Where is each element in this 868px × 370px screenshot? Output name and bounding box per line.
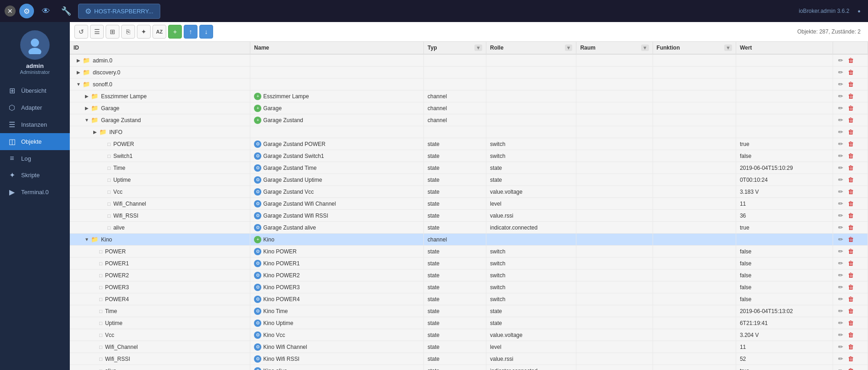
table-row[interactable]: ▶ 📁 Esszimmer Lampe + Esszimmer Lampe ch… (70, 90, 868, 102)
delete-row-button[interactable]: 🗑 (846, 116, 855, 124)
table-row[interactable]: ▼ 📁 sonoff.0 ✏ 🗑 (70, 78, 868, 90)
edit-row-button[interactable]: ✏ (837, 283, 845, 291)
edit-row-button[interactable]: ✏ (837, 68, 845, 76)
delete-row-button[interactable]: 🗑 (846, 343, 855, 351)
delete-row-button[interactable]: 🗑 (846, 68, 855, 76)
row-expander[interactable]: ▼ (84, 237, 90, 242)
delete-row-button[interactable]: 🗑 (846, 104, 855, 112)
list-view-button[interactable]: ☰ (90, 25, 104, 39)
table-row[interactable]: □ Time ⚙ Garage Zustand Time state state… (70, 162, 868, 174)
edit-row-button[interactable]: ✏ (837, 128, 845, 136)
row-expander[interactable]: ▼ (75, 82, 82, 87)
delete-row-button[interactable]: 🗑 (846, 295, 855, 303)
upload-button[interactable]: ↑ (184, 25, 197, 39)
edit-row-button[interactable]: ✏ (837, 188, 845, 196)
row-expander[interactable]: ▶ (75, 70, 82, 75)
table-row[interactable]: □ POWER1 ⚙ Kino POWER1 state switch fals… (70, 258, 868, 269)
table-row[interactable]: □ POWER ⚙ Kino POWER state switch false … (70, 246, 868, 258)
sidebar-item-uebersicht[interactable]: ⊞ Übersicht (0, 82, 70, 99)
edit-row-button[interactable]: ✏ (837, 164, 845, 172)
table-row[interactable]: □ Wifi_RSSI ⚙ Kino Wifi RSSI state value… (70, 353, 868, 365)
eye-icon[interactable]: 👁 (38, 3, 54, 19)
table-row[interactable]: □ alive ⚙ Kino alive state indicator.con… (70, 365, 868, 370)
delete-row-button[interactable]: 🗑 (846, 56, 855, 64)
delete-row-button[interactable]: 🗑 (846, 200, 855, 207)
delete-row-button[interactable]: 🗑 (846, 367, 855, 370)
sidebar-item-log[interactable]: ≡ Log (0, 150, 70, 167)
edit-row-button[interactable]: ✏ (837, 343, 845, 351)
delete-row-button[interactable]: 🗑 (846, 259, 855, 267)
delete-row-button[interactable]: 🗑 (846, 247, 855, 255)
table-row[interactable]: □ Wifi_RSSI ⚙ Garage Zustand Wifi RSSI s… (70, 210, 868, 222)
delete-row-button[interactable]: 🗑 (846, 152, 855, 160)
table-row[interactable]: □ Switch1 ⚙ Garage Zustand Switch1 state… (70, 150, 868, 162)
edit-row-button[interactable]: ✏ (837, 92, 845, 100)
table-row[interactable]: ▼ 📁 Kino + Kino channel ✏ 🗑 (70, 234, 868, 246)
edit-row-button[interactable]: ✏ (837, 307, 845, 315)
sidebar-item-terminal[interactable]: ▶ Terminal.0 (0, 184, 70, 201)
delete-row-button[interactable]: 🗑 (846, 212, 855, 219)
delete-row-button[interactable]: 🗑 (846, 319, 855, 327)
row-expander[interactable]: ▶ (92, 129, 98, 135)
edit-row-button[interactable]: ✏ (837, 271, 845, 279)
settings-button[interactable]: ✦ (137, 25, 151, 39)
funktion-filter[interactable]: ▼ (724, 45, 732, 51)
table-row[interactable]: □ Vcc ⚙ Kino Vcc state value.voltage 3.2… (70, 329, 868, 341)
wrench-icon[interactable]: 🔧 (58, 3, 74, 19)
table-row[interactable]: ▼ 📁 Garage Zustand + Garage Zustand chan… (70, 114, 868, 126)
edit-row-button[interactable]: ✏ (837, 56, 845, 64)
table-row[interactable]: ▶ 📁 INFO ✏ 🗑 (70, 126, 868, 138)
delete-row-button[interactable]: 🗑 (846, 128, 855, 136)
table-row[interactable]: □ Uptime ⚙ Kino Uptime state state 6T21:… (70, 317, 868, 329)
delete-row-button[interactable]: 🗑 (846, 235, 855, 243)
delete-row-button[interactable]: 🗑 (846, 355, 855, 363)
copy-button[interactable]: ⎘ (121, 25, 135, 39)
typ-filter[interactable]: ▼ (474, 45, 482, 51)
delete-row-button[interactable]: 🗑 (846, 307, 855, 315)
objects-table-container[interactable]: ID Name Typ▼ Rolle▼ Raum▼ (70, 42, 868, 370)
table-row[interactable]: ▶ 📁 Garage + Garage channel ✏ 🗑 (70, 102, 868, 114)
delete-row-button[interactable]: 🗑 (846, 331, 855, 339)
delete-row-button[interactable]: 🗑 (846, 188, 855, 196)
edit-row-button[interactable]: ✏ (837, 176, 845, 184)
edit-row-button[interactable]: ✏ (837, 116, 845, 124)
sidebar-item-instanzen[interactable]: ☰ Instanzen (0, 116, 70, 133)
edit-row-button[interactable]: ✏ (837, 331, 845, 339)
table-row[interactable]: □ alive ⚙ Garage Zustand alive state ind… (70, 222, 868, 234)
refresh-button[interactable]: ↺ (74, 25, 88, 39)
raum-filter[interactable]: ▼ (641, 45, 649, 51)
sidebar-item-skripte[interactable]: ✦ Skripte (0, 167, 70, 184)
table-row[interactable]: □ Wifi_Channel ⚙ Garage Zustand Wifi Cha… (70, 198, 868, 210)
table-row[interactable]: □ POWER3 ⚙ Kino POWER3 state switch fals… (70, 281, 868, 293)
delete-row-button[interactable]: 🗑 (846, 164, 855, 172)
table-row[interactable]: □ POWER ⚙ Garage Zustand POWER state swi… (70, 138, 868, 150)
edit-row-button[interactable]: ✏ (837, 200, 845, 207)
delete-row-button[interactable]: 🗑 (846, 283, 855, 291)
table-row[interactable]: ▶ 📁 admin.0 ✏ 🗑 (70, 54, 868, 67)
sidebar-item-objekte[interactable]: ◫ Objekte (0, 133, 70, 150)
edit-row-button[interactable]: ✏ (837, 259, 845, 267)
edit-row-button[interactable]: ✏ (837, 152, 845, 160)
rolle-filter[interactable]: ▼ (565, 45, 573, 51)
delete-row-button[interactable]: 🗑 (846, 271, 855, 279)
close-button[interactable]: ✕ (5, 6, 16, 17)
table-row[interactable]: ▶ 📁 discovery.0 ✏ 🗑 (70, 67, 868, 78)
host-button[interactable]: ⚙ HOST-RASPBERRY... (78, 4, 160, 19)
delete-row-button[interactable]: 🗑 (846, 92, 855, 100)
add-button[interactable]: + (168, 25, 182, 39)
sort-az-button[interactable]: AZ (152, 25, 166, 39)
edit-row-button[interactable]: ✏ (837, 319, 845, 327)
row-expander[interactable]: ▼ (84, 118, 90, 123)
sidebar-item-adapter[interactable]: ⬡ Adapter (0, 99, 70, 116)
delete-row-button[interactable]: 🗑 (846, 176, 855, 184)
delete-row-button[interactable]: 🗑 (846, 80, 855, 88)
edit-row-button[interactable]: ✏ (837, 212, 845, 219)
table-row[interactable]: □ Vcc ⚙ Garage Zustand Vcc state value.v… (70, 186, 868, 198)
edit-row-button[interactable]: ✏ (837, 235, 845, 243)
edit-row-button[interactable]: ✏ (837, 367, 845, 370)
download-button[interactable]: ↓ (199, 25, 213, 39)
delete-row-button[interactable]: 🗑 (846, 224, 855, 231)
edit-row-button[interactable]: ✏ (837, 224, 845, 231)
table-row[interactable]: □ POWER4 ⚙ Kino POWER4 state switch fals… (70, 293, 868, 305)
edit-row-button[interactable]: ✏ (837, 247, 845, 255)
